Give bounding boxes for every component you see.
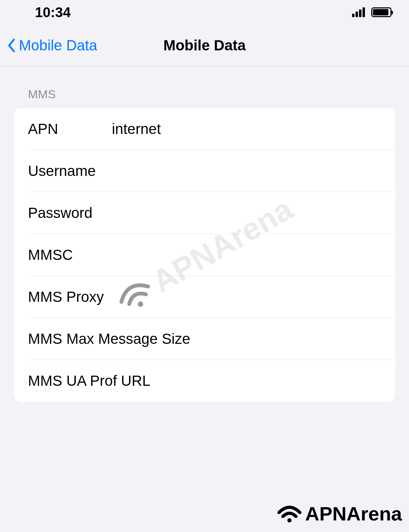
battery-icon — [371, 7, 392, 17]
apn-field[interactable] — [112, 121, 381, 137]
row-label: MMS Max Message Size — [28, 331, 190, 347]
row-label: APN — [28, 121, 112, 137]
wifi-icon — [275, 503, 303, 524]
mms-ua-prof-field[interactable] — [150, 373, 381, 389]
row-label: MMSC — [28, 247, 112, 263]
mmsc-field[interactable] — [112, 247, 381, 263]
chevron-left-icon — [7, 38, 15, 53]
settings-row-username[interactable]: Username — [14, 150, 395, 192]
settings-row-mms-proxy[interactable]: MMS Proxy — [14, 276, 395, 318]
row-label: MMS UA Prof URL — [28, 373, 150, 389]
navigation-bar: Mobile Data Mobile Data — [0, 24, 409, 66]
back-label: Mobile Data — [19, 37, 97, 54]
svg-point-1 — [287, 518, 292, 522]
status-time: 10:34 — [35, 5, 71, 20]
settings-row-apn[interactable]: APN — [14, 108, 395, 150]
settings-row-mms-ua-prof-url[interactable]: MMS UA Prof URL — [14, 360, 395, 402]
mms-proxy-field[interactable] — [112, 289, 381, 305]
settings-group: APN Username Password MMSC MMS Proxy MMS… — [14, 108, 395, 402]
status-indicators — [352, 7, 392, 17]
username-field[interactable] — [112, 163, 381, 179]
footer-logo-text: APNArena — [305, 502, 402, 525]
cellular-signal-icon — [352, 7, 365, 17]
footer-logo: APNArena — [275, 502, 402, 525]
mms-max-size-field[interactable] — [190, 331, 381, 347]
settings-row-password[interactable]: Password — [14, 192, 395, 234]
content-area: MMS APN Username Password MMSC MMS Proxy… — [0, 66, 409, 402]
password-field[interactable] — [112, 205, 381, 221]
settings-row-mms-max-message-size[interactable]: MMS Max Message Size — [14, 318, 395, 360]
row-label: Username — [28, 163, 112, 179]
status-bar: 10:34 — [0, 0, 409, 24]
row-label: Password — [28, 205, 112, 221]
settings-row-mmsc[interactable]: MMSC — [14, 234, 395, 276]
row-label: MMS Proxy — [28, 289, 112, 305]
back-button[interactable]: Mobile Data — [7, 37, 97, 54]
section-header-mms: MMS — [14, 87, 395, 108]
page-title: Mobile Data — [163, 37, 246, 54]
